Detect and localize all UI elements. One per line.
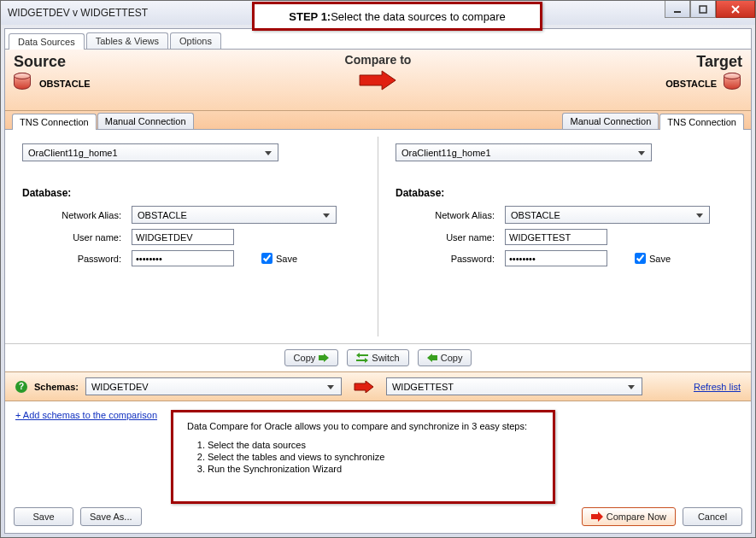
tab-options[interactable]: Options [170, 32, 221, 49]
copy-right-button[interactable]: Copy [284, 349, 339, 366]
svg-rect-0 [674, 11, 681, 13]
refresh-list-link[interactable]: Refresh list [694, 382, 741, 392]
password-label: Password: [396, 254, 498, 264]
chevron-down-icon [635, 147, 648, 160]
schemas-label: Schemas: [34, 382, 79, 392]
cancel-button[interactable]: Cancel [683, 507, 742, 526]
source-username-input[interactable] [132, 229, 234, 245]
svg-marker-4 [360, 71, 396, 90]
add-schemas-link[interactable]: + Add schemas to the comparison [15, 410, 157, 420]
svg-marker-5 [265, 151, 272, 155]
target-username-input[interactable] [505, 229, 607, 245]
target-pane: OraClient11g_home1 Database: Network Ali… [378, 130, 751, 343]
window-title: WIDGETDEV v WIDGETTEST [4, 7, 148, 19]
svg-marker-16 [591, 512, 603, 522]
source-save-checkbox[interactable] [261, 253, 273, 264]
compare-now-button[interactable]: Compare Now [582, 507, 676, 526]
svg-rect-1 [700, 6, 706, 13]
save-as-button[interactable]: Save As... [80, 507, 142, 526]
copy-left-label: Copy [441, 353, 463, 363]
step-1-text: Select the data sources [208, 440, 539, 450]
source-oracle-home-select[interactable]: OraClient11g_home1 [22, 143, 278, 161]
main-tabs: Data Sources Tables & Views Options [5, 29, 751, 50]
network-alias-label: Network Alias: [396, 210, 498, 220]
target-password-input[interactable] [505, 250, 607, 266]
step-3-text: Run the Synchronization Wizard [208, 464, 539, 474]
compare-arrow-icon [358, 70, 397, 91]
svg-marker-10 [356, 353, 368, 358]
svg-marker-9 [319, 354, 329, 362]
password-label: Password: [22, 254, 125, 264]
target-oracle-home-select[interactable]: OraClient11g_home1 [396, 143, 652, 161]
arrow-right-icon [591, 512, 603, 522]
minimize-button[interactable] [665, 1, 690, 18]
switch-button[interactable]: Switch [347, 349, 408, 366]
save-label: Save [276, 254, 297, 264]
svg-marker-12 [427, 354, 437, 362]
help-icon[interactable]: ? [15, 381, 27, 393]
source-password-input[interactable] [132, 250, 234, 266]
source-schema-value: WIDGETDEV [91, 382, 149, 392]
source-oracle-home-value: OraClient11g_home1 [28, 148, 118, 158]
step-2-text: Select the tables and views to synchroni… [208, 452, 539, 462]
target-schema-select[interactable]: WIDGETTEST [386, 377, 642, 395]
copy-left-button[interactable]: Copy [418, 349, 472, 366]
source-name: OBSTACLE [39, 79, 91, 89]
copy-switch-bar: Copy Switch Copy [5, 343, 751, 371]
network-alias-label: Network Alias: [22, 210, 125, 220]
chevron-down-icon [625, 381, 638, 394]
target-oracle-home-value: OraClient11g_home1 [401, 148, 491, 158]
user-name-label: User name: [396, 232, 498, 243]
connection-tabs-row: TNS Connection Manual Connection Manual … [5, 111, 751, 130]
source-pane: OraClient11g_home1 Database: Network Ali… [5, 130, 378, 343]
source-network-alias-value: OBSTACLE [138, 210, 187, 220]
database-heading: Database: [396, 187, 734, 199]
database-icon [724, 73, 742, 95]
database-icon [14, 73, 32, 95]
step-bold: STEP 1: [289, 10, 331, 23]
target-tns-tab[interactable]: TNS Connection [659, 114, 744, 130]
description-callout: Data Compare for Oracle allows you to co… [171, 410, 555, 504]
switch-icon [356, 353, 368, 363]
database-heading: Database: [22, 187, 360, 199]
tab-data-sources[interactable]: Data Sources [9, 33, 85, 50]
minimize-icon [673, 5, 682, 14]
svg-marker-11 [356, 358, 368, 363]
compare-to-label: Compare to [345, 53, 412, 67]
target-label: Target [696, 53, 742, 71]
save-button[interactable]: Save [14, 507, 73, 526]
target-name: OBSTACLE [665, 79, 717, 89]
schemas-arrow-icon [354, 381, 374, 393]
svg-marker-7 [638, 151, 645, 155]
chevron-down-icon [693, 209, 706, 222]
source-tns-tab[interactable]: TNS Connection [12, 114, 97, 130]
save-label: Save [32, 512, 54, 522]
switch-label: Switch [372, 353, 399, 363]
target-schema-value: WIDGETTEST [392, 382, 454, 392]
svg-marker-15 [628, 385, 635, 389]
svg-marker-8 [696, 213, 703, 218]
source-manual-tab[interactable]: Manual Connection [97, 113, 194, 129]
user-name-label: User name: [22, 232, 125, 243]
bottom-bar: Save Save As... Compare Now Cancel [14, 507, 742, 526]
arrow-right-icon [319, 354, 329, 362]
maximize-button[interactable] [690, 1, 716, 18]
description-intro: Data Compare for Oracle allows you to co… [187, 421, 539, 431]
save-as-label: Save As... [90, 512, 132, 522]
target-network-alias-value: OBSTACLE [511, 210, 560, 220]
target-network-alias-select[interactable]: OBSTACLE [505, 206, 710, 224]
step-callout: STEP 1: Select the data sources to compa… [252, 2, 542, 31]
chevron-down-icon [261, 147, 274, 160]
close-button[interactable] [716, 1, 755, 18]
tab-tables-views[interactable]: Tables & Views [86, 32, 168, 49]
source-target-header: Source OBSTACLE Compare to Target OBSTAC… [5, 50, 751, 111]
target-manual-tab[interactable]: Manual Connection [562, 113, 659, 129]
chevron-down-icon [325, 381, 337, 394]
copy-right-label: Copy [294, 353, 316, 363]
close-icon [730, 4, 741, 15]
target-save-checkbox[interactable] [635, 253, 646, 264]
source-network-alias-select[interactable]: OBSTACLE [132, 206, 337, 224]
arrow-left-icon [427, 354, 437, 362]
compare-now-label: Compare Now [607, 512, 666, 522]
source-schema-select[interactable]: WIDGETDEV [85, 377, 342, 395]
